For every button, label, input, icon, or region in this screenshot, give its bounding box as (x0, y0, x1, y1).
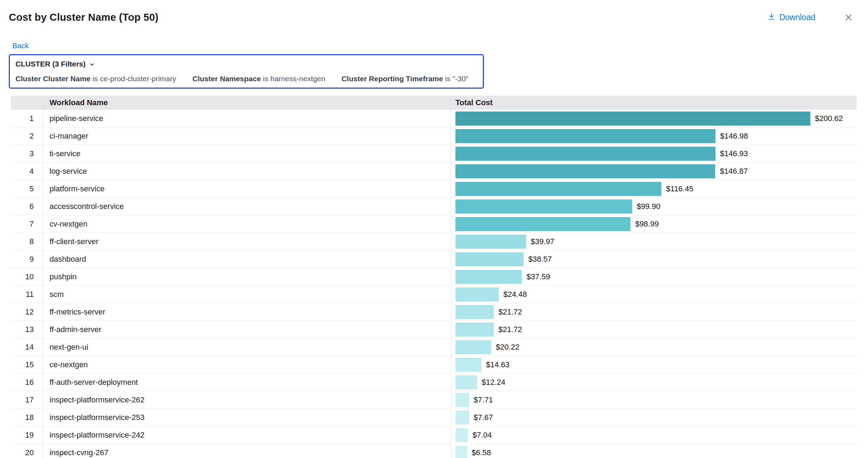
cost-table: Workload Name Total Cost 1pipeline-servi… (11, 96, 857, 458)
cost-bar (455, 428, 468, 442)
workload-name-cell: pipeline-service (43, 110, 451, 127)
total-cost-cell: $12.24 (451, 374, 857, 391)
cost-bar (455, 112, 810, 126)
cost-bar (455, 323, 494, 337)
table-body: 1pipeline-service$200.622ci-manager$146.… (11, 110, 857, 458)
total-cost-cell: $98.99 (451, 215, 857, 233)
filter-value: harness-nextgen (270, 75, 325, 83)
cost-value-label: $24.48 (503, 290, 527, 299)
filter-item[interactable]: Cluster Cluster Name is ce-prod-cluster-… (15, 75, 176, 83)
filter-items: Cluster Cluster Name is ce-prod-cluster-… (15, 75, 477, 83)
workload-name-cell: ff-client-server (43, 233, 451, 250)
cost-bar (455, 129, 715, 143)
rank-cell: 14 (11, 338, 43, 356)
rank-cell: 9 (11, 250, 43, 268)
table-row: 11scm$24.48 (11, 286, 857, 303)
rank-cell: 10 (11, 268, 43, 285)
cost-bar (455, 270, 522, 284)
total-cost-cell: $20.22 (451, 338, 857, 356)
cost-bar (455, 375, 477, 389)
cost-value-label: $14.63 (486, 360, 510, 369)
cost-value-label: $39.97 (531, 237, 554, 246)
total-cost-cell: $24.48 (451, 286, 857, 303)
top-bar: Cost by Cluster Name (Top 50) Download (0, 0, 868, 26)
total-cost-cell: $14.63 (451, 356, 857, 373)
workload-name-cell: ff-auth-server-deployment (43, 374, 451, 391)
workload-name-cell: platform-service (43, 180, 451, 197)
table-row: 13ff-admin-server$21.72 (11, 321, 857, 338)
filter-group-title: CLUSTER (3 Filters) (15, 60, 86, 68)
rank-cell: 19 (11, 426, 43, 444)
workload-name-cell: ci-manager (43, 127, 451, 145)
chevron-down-icon (89, 62, 95, 68)
filter-value: "-30" (453, 75, 468, 83)
table-row: 12ff-metrics-server$21.72 (11, 303, 857, 321)
close-icon[interactable] (844, 13, 853, 22)
table-row: 2ci-manager$146.98 (11, 127, 857, 145)
cost-value-label: $99.90 (637, 202, 660, 211)
table-header: Workload Name Total Cost (11, 96, 857, 110)
cost-value-label: $146.93 (720, 149, 748, 158)
total-cost-cell: $21.72 (451, 321, 857, 338)
cost-bar (455, 182, 661, 196)
back-link[interactable]: Back (12, 42, 29, 50)
table-row: 19inspect-platformservice-242$7.04 (11, 426, 857, 444)
rank-cell: 4 (11, 163, 43, 180)
table-row: 5platform-service$116.45 (11, 180, 857, 198)
cost-bar (455, 217, 630, 231)
filter-field-label: Cluster Namespace (192, 75, 261, 83)
filter-item[interactable]: Cluster Reporting Timeframe is "-30" (342, 75, 468, 83)
cost-bar (455, 305, 494, 319)
cost-value-label: $38.57 (528, 255, 552, 264)
workload-name-cell: ff-admin-server (43, 321, 451, 338)
rank-cell: 2 (11, 127, 43, 145)
rank-cell: 11 (11, 286, 43, 303)
cost-bar (455, 287, 499, 301)
rank-cell: 3 (11, 145, 43, 162)
table-row: 10pushpin$37.59 (11, 268, 857, 286)
table-row: 8ff-client-server$39.97 (11, 233, 857, 250)
total-cost-cell: $200.62 (451, 110, 857, 127)
workload-name-cell: ti-service (43, 145, 451, 162)
cost-bar (455, 235, 526, 249)
total-cost-cell: $38.57 (451, 250, 857, 268)
top-bar-actions: Download (767, 12, 853, 23)
filter-operator: is (91, 75, 100, 83)
filter-field-label: Cluster Cluster Name (15, 75, 91, 83)
download-button[interactable]: Download (767, 12, 815, 23)
rank-cell: 6 (11, 198, 43, 215)
table-row: 1pipeline-service$200.62 (11, 110, 857, 127)
cost-value-label: $7.04 (472, 431, 492, 440)
column-header-total-cost: Total Cost (451, 96, 857, 110)
workload-name-cell: next-gen-ui (43, 338, 451, 356)
filter-field-label: Cluster Reporting Timeframe (342, 75, 443, 83)
workload-name-cell: inspect-cvng-267 (43, 444, 451, 458)
cost-value-label: $21.72 (498, 307, 522, 317)
cost-bar (455, 199, 632, 214)
total-cost-cell: $146.87 (451, 163, 857, 180)
workload-name-cell: pushpin (43, 268, 451, 285)
table-row: 4log-service$146.87 (11, 163, 857, 180)
filter-item[interactable]: Cluster Namespace is harness-nextgen (192, 75, 325, 83)
cost-bar (455, 147, 715, 161)
rank-cell: 15 (11, 356, 43, 373)
table-row: 17inspect-platformservice-262$7.71 (11, 391, 857, 409)
workload-name-cell: ce-nextgen (43, 356, 451, 373)
workload-name-cell: cv-nextgen (43, 215, 451, 233)
total-cost-cell: $39.97 (451, 233, 857, 250)
table-row: 20inspect-cvng-267$6.58 (11, 444, 857, 458)
column-header-workload-name: Workload Name (43, 96, 451, 110)
workload-name-cell: inspect-platformservice-242 (43, 426, 451, 444)
workload-name-cell: log-service (43, 163, 451, 180)
workload-name-cell: dashboard (43, 250, 451, 268)
total-cost-cell: $7.04 (451, 426, 857, 444)
table-row: 9dashboard$38.57 (11, 250, 857, 268)
filter-group-toggle[interactable]: CLUSTER (3 Filters) (15, 60, 477, 68)
cost-bar (455, 358, 481, 372)
filter-operator: is (261, 75, 270, 83)
total-cost-cell: $21.72 (451, 303, 857, 320)
cost-bar (455, 411, 469, 425)
table-row: 7cv-nextgen$98.99 (11, 215, 857, 233)
rank-cell: 13 (11, 321, 43, 338)
cost-value-label: $7.67 (474, 413, 493, 422)
